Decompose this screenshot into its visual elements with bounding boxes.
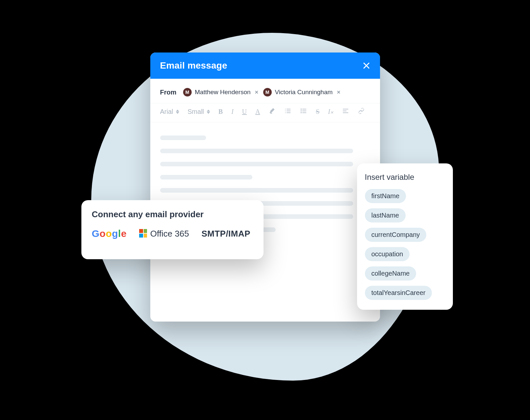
variable-pill[interactable]: collegeName bbox=[365, 266, 416, 281]
from-label: From bbox=[160, 89, 177, 96]
italic-button[interactable]: I bbox=[231, 108, 234, 116]
variable-list: firstName lastName currentCompany occupa… bbox=[365, 189, 445, 300]
insert-variable-panel: Insert variable firstName lastName curre… bbox=[357, 163, 453, 310]
sender-chip[interactable]: M Victoria Cunningham ✕ bbox=[263, 87, 341, 97]
sender-name: Victoria Cunningham bbox=[275, 89, 333, 96]
highlight-icon[interactable] bbox=[268, 107, 276, 116]
office-icon bbox=[139, 229, 147, 238]
provider-list: Google Office 365 SMTP/IMAP bbox=[92, 228, 253, 239]
avatar: M bbox=[183, 88, 192, 96]
office-label: Office 365 bbox=[150, 229, 189, 239]
font-select[interactable]: Arial bbox=[160, 108, 179, 116]
variable-pill[interactable]: firstName bbox=[365, 189, 406, 203]
provider-card-title: Connect any email provider bbox=[92, 209, 253, 220]
clear-format-button[interactable]: I✕ bbox=[328, 108, 334, 116]
google-logo[interactable]: Google bbox=[92, 228, 127, 239]
size-select[interactable]: Small bbox=[188, 108, 210, 116]
chevron-updown-icon bbox=[176, 110, 179, 114]
svg-point-1 bbox=[301, 110, 302, 112]
remove-sender-icon[interactable]: ✕ bbox=[255, 90, 259, 95]
variable-pill[interactable]: occupation bbox=[365, 247, 410, 261]
link-icon[interactable] bbox=[358, 107, 365, 116]
variable-pill[interactable]: currentCompany bbox=[365, 228, 427, 242]
underline-button[interactable]: U bbox=[242, 108, 247, 116]
format-toolbar: Arial Small B I U A S I✕ bbox=[150, 103, 380, 122]
svg-point-2 bbox=[301, 112, 302, 114]
bullet-list-icon[interactable] bbox=[300, 107, 307, 116]
composer-header: Email message bbox=[150, 52, 380, 79]
strikethrough-button[interactable]: S bbox=[316, 108, 319, 116]
variable-pill[interactable]: lastName bbox=[365, 208, 406, 222]
svg-point-0 bbox=[301, 109, 302, 110]
provider-card: Connect any email provider Google Office… bbox=[81, 200, 264, 259]
office365-logo[interactable]: Office 365 bbox=[139, 229, 189, 239]
avatar: M bbox=[263, 88, 272, 96]
remove-sender-icon[interactable]: ✕ bbox=[337, 90, 341, 95]
close-icon[interactable] bbox=[362, 62, 370, 70]
text-color-button[interactable]: A bbox=[255, 108, 260, 116]
sender-name: Matthew Henderson bbox=[195, 89, 251, 96]
smtp-imap-option[interactable]: SMTP/IMAP bbox=[201, 229, 250, 239]
from-row: From M Matthew Henderson ✕ M Victoria Cu… bbox=[150, 79, 380, 103]
sender-chip[interactable]: M Matthew Henderson ✕ bbox=[183, 87, 259, 97]
variable-pill[interactable]: totalYearsinCareer bbox=[365, 286, 432, 300]
insert-variable-title: Insert variable bbox=[365, 173, 445, 182]
email-composer-window: Email message From M Matthew Henderson ✕… bbox=[150, 52, 380, 322]
chevron-updown-icon bbox=[207, 110, 210, 114]
align-icon[interactable] bbox=[342, 107, 349, 116]
composer-title: Email message bbox=[160, 60, 227, 71]
bold-button[interactable]: B bbox=[219, 108, 223, 116]
ordered-list-icon[interactable] bbox=[284, 107, 291, 116]
